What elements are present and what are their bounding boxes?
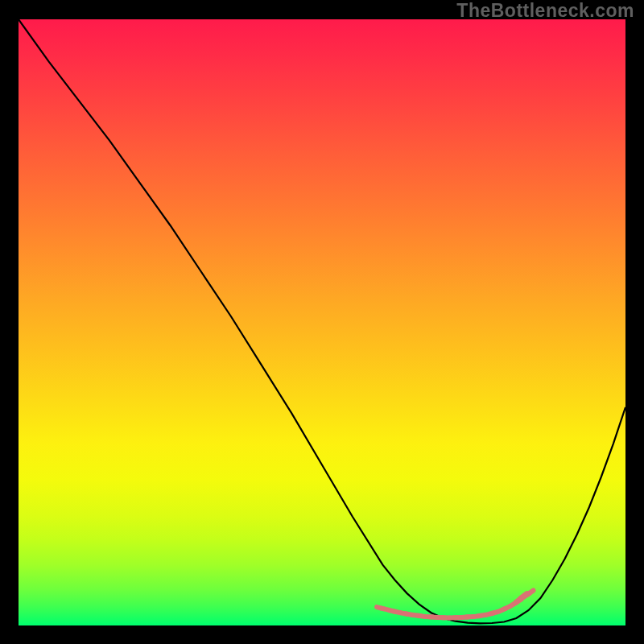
chart-container: TheBottleneck.com (0, 0, 644, 644)
watermark-text: TheBottleneck.com (456, 0, 634, 22)
bottleneck-curve (19, 19, 625, 623)
plot-area (19, 19, 625, 625)
marker-band (377, 591, 533, 618)
marker-tick (503, 607, 510, 610)
curve-layer (19, 19, 625, 625)
